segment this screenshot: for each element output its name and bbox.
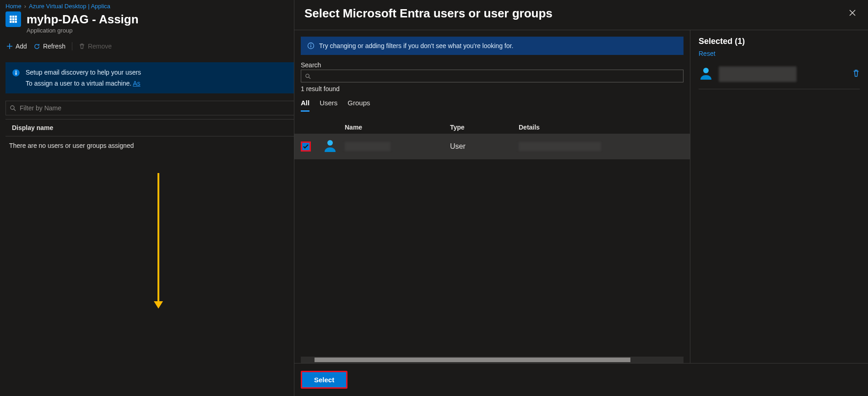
col-name: Name [345, 124, 450, 131]
user-icon [323, 138, 345, 155]
filter-hint-text: Try changing or adding filters if you do… [319, 42, 513, 49]
svg-rect-15 [310, 44, 311, 45]
add-button[interactable]: Add [6, 43, 27, 50]
row-details [519, 142, 601, 151]
selected-name [719, 66, 797, 82]
tab-groups[interactable]: Groups [347, 98, 370, 112]
panel-title: Select Microsoft Entra users or user gro… [304, 6, 553, 21]
select-users-panel: Select Microsoft Entra users or user gro… [294, 0, 868, 396]
search-icon [305, 73, 311, 79]
row-type: User [450, 142, 519, 151]
svg-point-18 [703, 68, 709, 73]
remove-selected-icon[interactable] [852, 69, 860, 79]
col-type: Type [450, 124, 519, 131]
reset-link[interactable]: Reset [699, 50, 716, 57]
svg-rect-3 [10, 18, 12, 21]
tab-users[interactable]: Users [320, 98, 337, 112]
row-checkbox[interactable] [301, 141, 311, 152]
svg-rect-1 [12, 16, 15, 18]
refresh-label: Refresh [43, 43, 65, 50]
svg-rect-6 [10, 21, 12, 23]
page-title: myhp-DAG - Assign [27, 12, 139, 27]
info-icon [12, 69, 20, 77]
svg-rect-10 [16, 72, 16, 75]
svg-point-12 [11, 106, 14, 109]
search-box[interactable] [301, 70, 684, 82]
selected-title: Selected (1) [699, 37, 860, 46]
svg-rect-2 [15, 16, 17, 18]
svg-point-17 [327, 140, 333, 146]
horizontal-scrollbar[interactable] [301, 357, 684, 363]
svg-rect-14 [310, 45, 311, 48]
svg-rect-8 [15, 21, 17, 23]
annotation-arrow [157, 173, 159, 302]
search-icon [10, 105, 16, 111]
svg-rect-0 [10, 16, 12, 18]
trash-icon [79, 43, 85, 49]
select-button[interactable]: Select [301, 371, 347, 389]
svg-rect-7 [12, 21, 15, 23]
breadcrumb-level1[interactable]: Azure Virtual Desktop | Applica [29, 3, 110, 10]
app-group-icon [5, 11, 21, 27]
result-count: 1 result found [301, 85, 684, 92]
refresh-icon [33, 43, 40, 50]
info-link[interactable]: As [133, 80, 140, 87]
chevron-right-icon: › [24, 3, 26, 10]
add-label: Add [16, 43, 27, 50]
svg-rect-5 [15, 18, 17, 21]
breadcrumb-home[interactable]: Home [5, 3, 22, 10]
user-icon [699, 66, 713, 82]
table-row[interactable]: User [294, 134, 690, 159]
info-line2: To assign a user to a virtual machine. [26, 80, 131, 87]
toolbar-divider [72, 42, 72, 50]
search-label: Search [301, 61, 684, 69]
selected-item [699, 66, 860, 89]
svg-rect-11 [16, 71, 16, 72]
filter-hint: Try changing or adding filters if you do… [301, 37, 684, 55]
svg-rect-4 [12, 18, 15, 21]
close-icon[interactable] [847, 6, 858, 21]
plus-icon [6, 43, 13, 49]
tab-all[interactable]: All [301, 98, 309, 112]
row-name [345, 142, 391, 151]
info-line1: Setup email discovery to help your users [26, 69, 141, 76]
info-icon [307, 42, 315, 49]
remove-label: Remove [88, 43, 112, 50]
refresh-button[interactable]: Refresh [33, 43, 65, 50]
col-details: Details [519, 124, 684, 131]
remove-button: Remove [79, 43, 112, 50]
svg-point-16 [306, 74, 309, 77]
search-input[interactable] [315, 72, 679, 80]
